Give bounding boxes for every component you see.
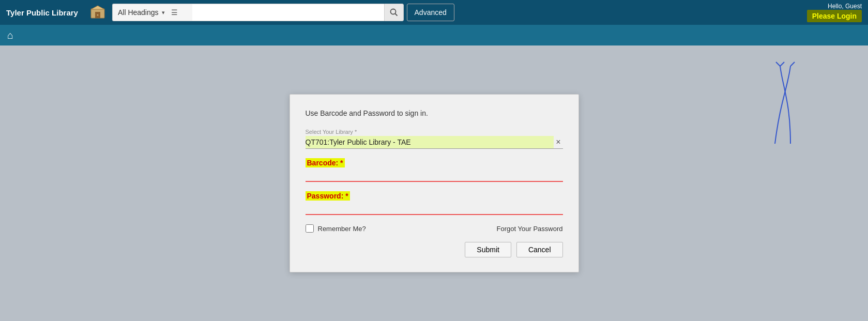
barcode-label: Barcode: * [306, 158, 345, 167]
main-content: Use Barcode and Password to sign in. Sel… [0, 45, 868, 321]
hello-text: Hello, Guest [828, 3, 862, 10]
remember-row: Remember Me? Forgot Your Password [306, 224, 563, 233]
search-input-wrapper [192, 4, 384, 21]
svg-point-3 [97, 14, 98, 16]
site-title: Tyler Public Library [6, 8, 78, 17]
login-dialog: Use Barcode and Password to sign in. Sel… [290, 94, 579, 272]
library-logo [88, 3, 107, 22]
cancel-button[interactable]: Cancel [516, 242, 563, 257]
header: Tyler Public Library All Headings ▾ ☰ Ad… [0, 0, 868, 25]
remember-checkbox[interactable] [306, 224, 314, 233]
library-clear-button[interactable]: × [554, 137, 562, 147]
remember-label: Remember Me? [318, 225, 366, 233]
svg-line-5 [395, 14, 397, 16]
svg-point-4 [390, 9, 395, 14]
svg-line-6 [780, 62, 784, 66]
svg-line-7 [776, 62, 780, 66]
dialog-intro: Use Barcode and Password to sign in. [306, 109, 563, 117]
search-icon [390, 8, 398, 17]
submit-button[interactable]: Submit [465, 242, 511, 257]
advanced-button[interactable]: Advanced [407, 4, 454, 21]
password-label: Password: * [306, 191, 350, 201]
password-input[interactable] [306, 201, 563, 215]
library-field-group: Select Your Library * QT701:Tyler Public… [306, 129, 563, 149]
button-row: Submit Cancel [306, 242, 563, 257]
forgot-password-link[interactable]: Forgot Your Password [497, 225, 563, 233]
search-input[interactable] [192, 4, 384, 21]
barcode-input[interactable] [306, 167, 563, 182]
list-icon: ☰ [171, 8, 178, 17]
arrow-annotation [765, 61, 806, 156]
svg-line-8 [790, 62, 795, 66]
barcode-field-group: Barcode: * [306, 158, 563, 182]
svg-marker-1 [91, 6, 104, 9]
search-dropdown[interactable]: All Headings ▾ ☰ [112, 4, 192, 21]
login-button[interactable]: Please Login [807, 10, 862, 22]
search-dropdown-label: All Headings [118, 8, 159, 17]
library-select-value: QT701:Tyler Public Library - TAE [306, 136, 554, 148]
sub-header: ⌂ [0, 25, 868, 45]
search-button[interactable] [384, 4, 404, 21]
library-label: Select Your Library * [306, 129, 563, 135]
home-icon[interactable]: ⌂ [7, 29, 13, 41]
library-select-wrapper: QT701:Tyler Public Library - TAE × [306, 136, 563, 149]
search-area: All Headings ▾ ☰ Advanced [112, 4, 454, 21]
login-area: Hello, Guest Please Login [807, 3, 862, 22]
chevron-down-icon: ▾ [162, 9, 165, 16]
remember-left: Remember Me? [306, 224, 366, 233]
password-field-group: Password: * [306, 191, 563, 215]
